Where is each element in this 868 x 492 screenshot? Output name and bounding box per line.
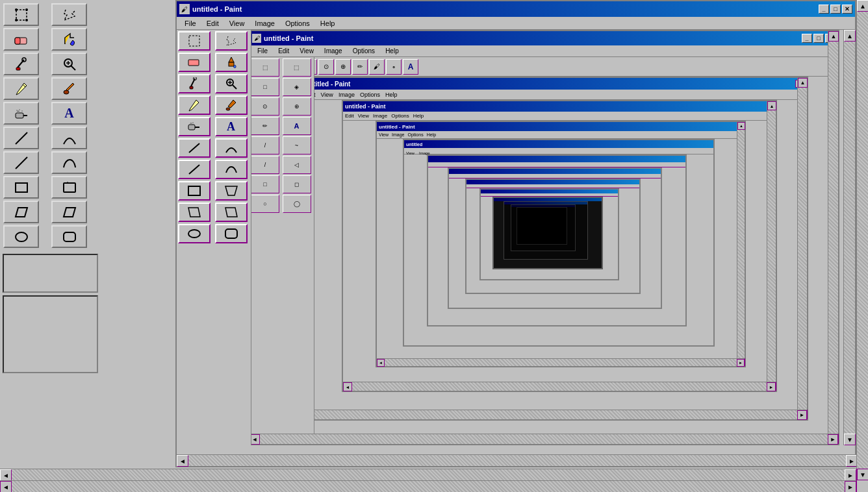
inner3-scroll-right[interactable]: ►: [797, 410, 807, 420]
outer-tb-select-rect[interactable]: [178, 31, 211, 51]
inner5-scroll-right[interactable]: ►: [737, 359, 745, 367]
inner2-tb1[interactable]: ⬚: [251, 58, 279, 77]
inner4-scroll-up[interactable]: ▲: [767, 101, 776, 110]
inner2-tb15[interactable]: ○: [251, 195, 279, 213]
menu-options[interactable]: Options: [280, 18, 315, 29]
inner2-tb4[interactable]: ◈: [283, 78, 311, 96]
tool-select-free[interactable]: [51, 3, 87, 26]
inner2-tb13[interactable]: □: [251, 175, 279, 193]
inner2-tb9[interactable]: /: [251, 136, 279, 154]
outer-tb-poly[interactable]: [215, 181, 248, 201]
inner2-menu-file[interactable]: File: [252, 46, 273, 56]
inner2-tb3[interactable]: □: [251, 78, 279, 96]
tool-rounded-rect[interactable]: [51, 225, 87, 248]
inner2-tb5[interactable]: ⊙: [251, 97, 279, 116]
outer-close-btn[interactable]: ✕: [842, 5, 852, 14]
inner2-scroll-up[interactable]: ▲: [828, 31, 839, 42]
tool-curve2[interactable]: [51, 151, 87, 174]
desktop-scroll-left[interactable]: ◄: [0, 469, 12, 481]
inner2-tb8[interactable]: A: [283, 117, 311, 135]
outer-tb-eyedropper[interactable]: [178, 74, 211, 93]
inner2-tb10[interactable]: ~: [283, 136, 311, 154]
inner2-tool-air[interactable]: ∘: [386, 59, 402, 75]
desktop-scroll-up[interactable]: ▲: [857, 0, 868, 12]
menu-file[interactable]: File: [179, 18, 201, 29]
inner4-scroll-right[interactable]: ►: [767, 382, 776, 391]
inner3-menu-help[interactable]: Help: [385, 92, 398, 98]
outer-tb-eraser[interactable]: [178, 53, 211, 72]
outer-tb-line[interactable]: [178, 138, 211, 158]
outer-tb-rect[interactable]: [178, 181, 211, 201]
inner5-menu-view[interactable]: View: [379, 132, 389, 137]
tool-skew-rect2[interactable]: [51, 201, 87, 223]
inner2-menu-edit[interactable]: Edit: [273, 46, 294, 56]
outer-tb-airbrush[interactable]: [178, 117, 211, 136]
menu-image[interactable]: Image: [249, 18, 280, 29]
tool-skew-rect[interactable]: [3, 201, 39, 223]
inner2-tb7[interactable]: ✏: [251, 117, 279, 135]
inner2-max-btn[interactable]: □: [813, 34, 824, 43]
inner5-scroll-left[interactable]: ◄: [377, 359, 385, 367]
inner5-menu-help[interactable]: Help: [427, 132, 436, 137]
tool-line2[interactable]: [3, 151, 39, 174]
outer-tb-brush[interactable]: [215, 95, 248, 115]
tool-poly[interactable]: [51, 176, 87, 199]
inner2-menu-image[interactable]: Image: [319, 46, 348, 56]
inner4-menu-edit[interactable]: Edit: [345, 113, 354, 119]
outer-tb-zoom[interactable]: [215, 74, 248, 93]
tool-airbrush[interactable]: [3, 102, 39, 125]
inner3-menu-view[interactable]: View: [321, 92, 333, 98]
right-bottom-scroll-down[interactable]: ▼: [857, 469, 868, 480]
inner2-menu-options[interactable]: Options: [348, 46, 380, 56]
outer-scroll-left[interactable]: ◄: [177, 455, 188, 467]
inner2-scroll-right[interactable]: ►: [828, 434, 838, 445]
outer-tb-select-free[interactable]: [215, 31, 248, 51]
desktop-scroll-right[interactable]: ►: [845, 469, 856, 481]
outer-tb-text[interactable]: A: [215, 117, 248, 136]
inner2-tool-brush[interactable]: 🖌: [369, 59, 385, 75]
tool-eyedropper[interactable]: [3, 53, 39, 75]
inner3-scroll-up[interactable]: ▲: [798, 78, 808, 88]
inner2-tb2[interactable]: ⬚: [283, 58, 311, 77]
inner4-menu-options[interactable]: Options: [391, 113, 409, 119]
outer-tb-curve2[interactable]: [215, 160, 248, 179]
outer-tb-fill[interactable]: [215, 53, 248, 72]
inner5-menu-image[interactable]: Image: [392, 132, 404, 137]
inner3-menu-options[interactable]: Options: [360, 92, 380, 98]
outer-tb-line2[interactable]: [178, 160, 211, 179]
tool-select-rect[interactable]: [3, 3, 39, 26]
inner2-tb12[interactable]: ◁: [283, 156, 311, 174]
inner2-tb14[interactable]: ◻: [283, 175, 311, 193]
tool-rect[interactable]: [3, 176, 39, 199]
inner4-scroll-left[interactable]: ◄: [343, 382, 352, 391]
menu-view[interactable]: View: [224, 18, 250, 29]
tool-fill[interactable]: [51, 28, 87, 51]
tool-zoom[interactable]: [51, 53, 87, 75]
tool-ellipse[interactable]: [3, 225, 39, 248]
outer-tb-rounded-rect[interactable]: [215, 224, 248, 243]
inner3-menu-image[interactable]: Image: [338, 92, 355, 98]
tool-pencil[interactable]: [3, 77, 39, 100]
inner2-tool-text[interactable]: A: [403, 59, 418, 75]
outer-tb-skew2[interactable]: [215, 203, 248, 222]
inner2-menu-help[interactable]: Help: [380, 46, 404, 56]
inner6-menu-view[interactable]: View: [406, 151, 415, 155]
inner2-min-btn[interactable]: _: [802, 34, 812, 43]
outer-tb-pencil[interactable]: [178, 95, 211, 115]
tool-curve[interactable]: [51, 127, 87, 149]
menu-help[interactable]: Help: [315, 18, 340, 29]
inner4-menu-help[interactable]: Help: [413, 113, 424, 119]
inner4-menu-image[interactable]: Image: [373, 113, 387, 119]
outer-min-btn[interactable]: _: [819, 5, 829, 14]
inner2-tool-zoom[interactable]: ⊕: [335, 59, 351, 75]
inner5-scroll-up[interactable]: ▲: [737, 122, 745, 130]
inner2-tool-eye[interactable]: ⊙: [318, 59, 334, 75]
tool-text[interactable]: A: [51, 102, 87, 125]
menu-edit[interactable]: Edit: [201, 18, 224, 29]
outer-scroll-down[interactable]: ▼: [844, 434, 856, 445]
tool-brush[interactable]: [51, 77, 87, 100]
inner2-tb11[interactable]: /: [251, 156, 279, 174]
outer-scroll-up[interactable]: ▲: [844, 30, 856, 42]
outer-max-btn[interactable]: □: [830, 5, 841, 14]
tool-line[interactable]: [3, 127, 39, 149]
